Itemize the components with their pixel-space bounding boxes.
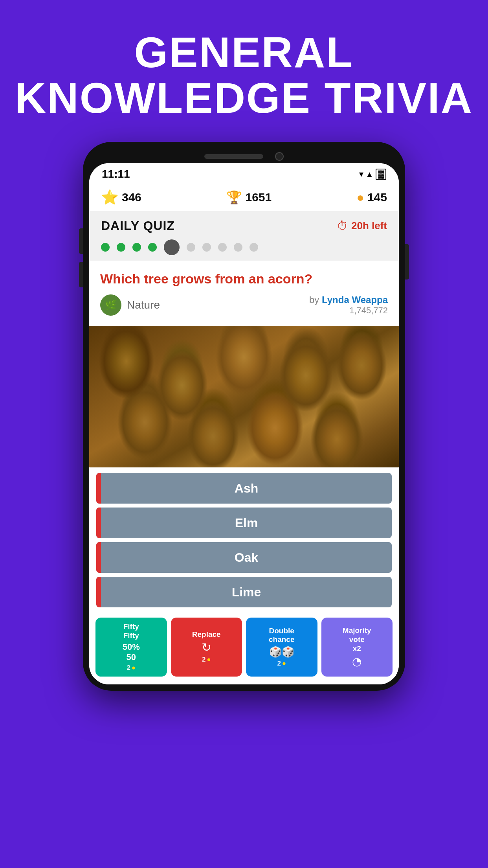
dot-1	[101, 243, 110, 252]
dot-7	[202, 243, 211, 252]
status-time: 11:11	[102, 168, 130, 180]
answer-1-text: Ash	[101, 481, 392, 496]
double-chance-icon: 🎲🎲	[269, 646, 294, 658]
dot-2	[117, 243, 125, 252]
answer-4-indicator	[96, 577, 101, 607]
trophy-value: 1651	[245, 191, 272, 204]
dot-5-current	[164, 239, 180, 255]
replace-cost: 2 ●	[202, 656, 211, 664]
status-bar: 11:11 ▾ ▲ ▓	[89, 163, 399, 184]
double-chance-cost-coin: ●	[282, 660, 286, 668]
author-name: Lynda Weappa	[322, 294, 388, 305]
fifty-fifty-cost-coin: ●	[132, 664, 136, 672]
time-left: 20h left	[351, 220, 387, 232]
phone-speaker	[204, 154, 263, 159]
stars-value: 346	[122, 191, 141, 204]
coins-value: 145	[367, 191, 387, 204]
trophy-score: 🏆 1651	[226, 190, 272, 205]
question-image	[89, 326, 399, 467]
volume-up-button	[79, 228, 83, 254]
author-info: by Lynda Weappa 1,745,772	[309, 294, 388, 316]
dot-3	[132, 243, 141, 252]
trophy-icon: 🏆	[226, 190, 242, 205]
question-text: Which tree grows from an acorn?	[100, 270, 388, 287]
answer-4-text: Lime	[101, 585, 392, 600]
answer-2-indicator	[96, 508, 101, 538]
page-background: GENERAL KNOWLEDGE TRIVIA 11:11 ▾ ▲ ▓	[0, 0, 488, 868]
phone-camera	[275, 152, 284, 161]
answer-3[interactable]: Oak	[96, 542, 392, 573]
wifi-icon: ▾	[359, 169, 363, 179]
category-name: Nature	[127, 299, 160, 311]
phone-screen: 11:11 ▾ ▲ ▓ ⭐ 346 🏆 1651 ●	[89, 163, 399, 684]
double-chance-cost-value: 2	[277, 660, 281, 668]
category-icon-circle: 🌿	[100, 294, 121, 316]
majority-vote-label: Majorityvotex2	[343, 626, 371, 653]
coins-score: ● 145	[357, 190, 387, 205]
dot-6	[187, 243, 195, 252]
lifeline-double-chance[interactable]: Doublechance 🎲🎲 2 ●	[246, 618, 317, 677]
dot-10	[250, 243, 258, 252]
timer-icon: ⏱	[337, 219, 348, 232]
star-icon: ⭐	[101, 189, 119, 206]
quiz-title: DAILY QUIZ	[101, 219, 175, 233]
lifelines-bar: Fifty Fifty 50%50 2 ● Replace ↻ 2 ●	[89, 613, 399, 684]
majority-vote-icon: ◔	[352, 655, 361, 668]
answer-2[interactable]: Elm	[96, 508, 392, 538]
fifty-fifty-icon: 50%50	[123, 642, 140, 662]
quiz-header: DAILY QUIZ ⏱ 20h left	[89, 211, 399, 261]
power-button	[405, 244, 409, 280]
dot-9	[234, 243, 242, 252]
replace-cost-coin: ●	[207, 656, 211, 664]
signal-icon: ▲	[366, 170, 374, 179]
question-section: Which tree grows from an acorn? 🌿 Nature…	[89, 261, 399, 326]
phone-notch	[89, 148, 399, 163]
double-chance-label: Doublechance	[269, 627, 294, 645]
replace-label: Replace	[192, 630, 221, 639]
category-left: 🌿 Nature	[100, 294, 160, 316]
volume-down-button	[79, 262, 83, 287]
replace-icon: ↻	[202, 640, 211, 654]
fifty-fifty-cost: 2 ●	[127, 664, 136, 672]
stars-score: ⭐ 346	[101, 189, 141, 206]
dot-4	[148, 243, 157, 252]
time-badge: ⏱ 20h left	[337, 219, 387, 232]
category-row: 🌿 Nature by Lynda Weappa 1,745,772	[100, 294, 388, 316]
answer-1[interactable]: Ash	[96, 473, 392, 504]
dot-8	[218, 243, 227, 252]
score-bar: ⭐ 346 🏆 1651 ● 145	[89, 184, 399, 211]
fifty-fifty-cost-value: 2	[127, 664, 130, 672]
replace-cost-value: 2	[202, 656, 205, 664]
fifty-fifty-label: Fifty Fifty	[123, 622, 139, 640]
coin-icon: ●	[357, 190, 364, 205]
lifeline-majority-vote[interactable]: Majorityvotex2 ◔	[321, 618, 393, 677]
answer-2-text: Elm	[101, 516, 392, 530]
lifeline-fifty-fifty[interactable]: Fifty Fifty 50%50 2 ●	[95, 618, 167, 677]
battery-icon: ▓	[376, 169, 386, 180]
answers-section: Ash Elm Oak Lime	[89, 467, 399, 613]
answer-3-text: Oak	[101, 550, 392, 565]
phone-shell: 11:11 ▾ ▲ ▓ ⭐ 346 🏆 1651 ●	[83, 142, 405, 691]
answer-1-indicator	[96, 473, 101, 504]
page-title: GENERAL KNOWLEDGE TRIVIA	[15, 29, 473, 120]
author-plays: 1,745,772	[349, 305, 388, 315]
lifeline-replace[interactable]: Replace ↻ 2 ●	[171, 618, 242, 677]
quiz-title-row: DAILY QUIZ ⏱ 20h left	[101, 219, 387, 233]
status-icons: ▾ ▲ ▓	[359, 169, 386, 180]
author-prefix: by	[309, 294, 322, 305]
answer-4[interactable]: Lime	[96, 577, 392, 607]
progress-dots	[101, 239, 387, 255]
double-chance-cost: 2 ●	[277, 660, 286, 668]
acorn-image	[89, 326, 399, 467]
answer-3-indicator	[96, 542, 101, 573]
